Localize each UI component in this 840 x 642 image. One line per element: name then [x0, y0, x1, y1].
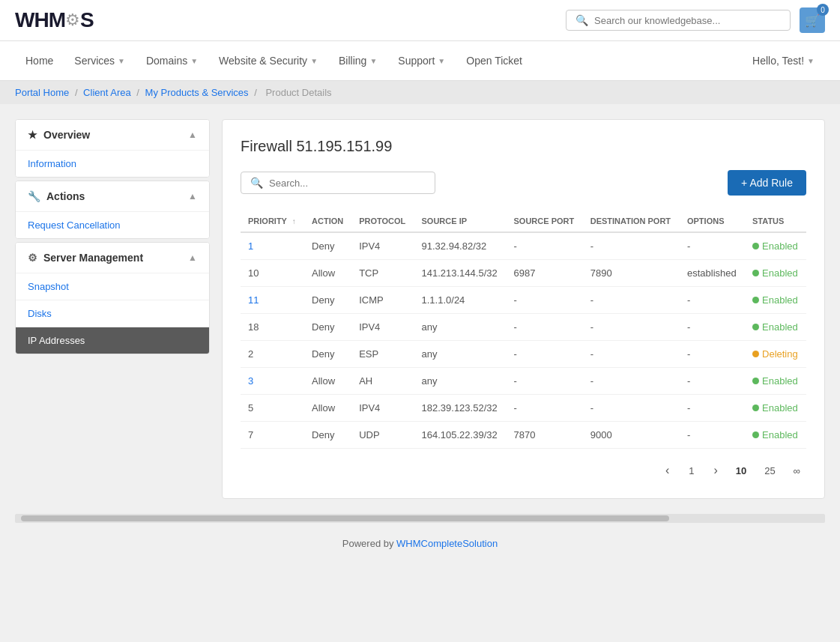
col-source-ip: SOURCE IP [414, 211, 507, 232]
billing-dropdown-icon: ▼ [369, 57, 377, 65]
table-row: 7 Deny UDP 164.105.22.39/32 7870 9000 - … [241, 422, 806, 449]
footer-text: Powered by [342, 538, 396, 549]
cell-action-2: Deny [304, 287, 351, 314]
breadcrumb-portal-home[interactable]: Portal Home [15, 87, 69, 98]
nav-item-open-ticket[interactable]: Open Ticket [456, 41, 533, 80]
cell-priority-2[interactable]: 11 [241, 287, 304, 314]
cell-dest-port-4: - [583, 341, 680, 368]
table-search[interactable]: 🔍 [241, 172, 435, 194]
cell-dest-port-0: - [583, 232, 680, 260]
cell-status-2: Enabled [745, 287, 806, 314]
col-action: ACTION [304, 211, 351, 232]
cell-dest-port-5: - [583, 368, 680, 395]
prev-page-button[interactable]: ‹ [659, 461, 675, 480]
cell-protocol-1: TCP [351, 260, 414, 287]
cell-options-0: - [680, 232, 745, 260]
toolbar: 🔍 + Add Rule [241, 170, 806, 196]
cell-action-3: Deny [304, 314, 351, 341]
page-size-25[interactable]: 25 [758, 462, 781, 479]
sidebar-section-actions: 🔧 Actions ▲ Request Cancellation [15, 181, 210, 239]
cell-options-7: - [680, 422, 745, 449]
page-size-10[interactable]: 10 [730, 462, 752, 479]
pagination: ‹ 1 › 10 25 ∞ [241, 461, 806, 480]
website-security-dropdown-icon: ▼ [310, 57, 318, 65]
nav-item-domains[interactable]: Domains ▼ [136, 41, 208, 80]
table-row: 5 Allow IPV4 182.39.123.52/32 - - - Enab… [241, 395, 806, 422]
cell-source-port-0: - [507, 232, 583, 260]
sidebar-overview-header[interactable]: ★ Overview ▲ [16, 120, 209, 150]
sidebar-section-overview: ★ Overview ▲ Information [15, 119, 210, 178]
table-row: 10 Allow TCP 141.213.144.5/32 6987 7890 … [241, 260, 806, 287]
cell-protocol-5: AH [351, 368, 414, 395]
cell-status-6: Enabled [745, 395, 806, 422]
nav-item-billing[interactable]: Billing ▼ [328, 41, 387, 80]
next-page-button[interactable]: › [707, 461, 723, 480]
status-dot-0 [752, 243, 759, 249]
cell-priority-1: 10 [241, 260, 304, 287]
col-dest-port: DESTINATION PORT [583, 211, 680, 232]
services-dropdown-icon: ▼ [118, 57, 125, 65]
star-icon: ★ [28, 129, 37, 141]
search-icon: 🔍 [575, 14, 588, 26]
cell-options-1: established [680, 260, 745, 287]
cell-source-ip-4: any [414, 341, 507, 368]
cell-action-5: Allow [304, 368, 351, 395]
cell-source-port-4: - [507, 341, 583, 368]
sidebar-item-disks[interactable]: Disks [16, 300, 209, 327]
sidebar-actions-header-left: 🔧 Actions [28, 190, 85, 202]
cell-dest-port-2: - [583, 287, 680, 314]
cell-status-0: Enabled [745, 232, 806, 260]
firewall-table: PRIORITY ↑ ACTION PROTOCOL SOURCE IP SOU… [241, 211, 806, 449]
add-rule-button[interactable]: + Add Rule [728, 170, 806, 196]
sidebar-overview-label: Overview [43, 129, 90, 141]
cell-options-3: - [680, 314, 745, 341]
cell-source-port-7: 7870 [507, 422, 583, 449]
status-dot-1 [752, 270, 759, 276]
knowledgebase-search-input[interactable] [594, 15, 781, 26]
footer-link[interactable]: WHMCompleteSolution [396, 538, 498, 549]
nav-item-website-security[interactable]: Website & Security ▼ [208, 41, 328, 80]
table-row: 11 Deny ICMP 1.1.1.0/24 - - - Enabled [241, 287, 806, 314]
table-row: 18 Deny IPV4 any - - - Enabled [241, 314, 806, 341]
logo-gear-icon: ⚙ [65, 10, 80, 30]
cell-priority-3: 18 [241, 314, 304, 341]
cart-button[interactable]: 🛒 0 [800, 7, 825, 33]
nav-item-support[interactable]: Support ▼ [387, 41, 456, 80]
cell-dest-port-3: - [583, 314, 680, 341]
cell-priority-5[interactable]: 3 [241, 368, 304, 395]
sidebar-item-ip-addresses[interactable]: IP Addresses [16, 327, 209, 354]
status-dot-6 [752, 405, 759, 411]
sidebar-server-management-header[interactable]: ⚙ Server Management ▲ [16, 243, 209, 273]
table-header-row: PRIORITY ↑ ACTION PROTOCOL SOURCE IP SOU… [241, 211, 806, 232]
nav-item-services[interactable]: Services ▼ [64, 41, 136, 80]
breadcrumb-client-area[interactable]: Client Area [83, 87, 131, 98]
table-row: 3 Allow AH any - - - Enabled [241, 368, 806, 395]
knowledgebase-search[interactable]: 🔍 [566, 10, 791, 31]
table-search-icon: 🔍 [250, 177, 263, 189]
scrollbar-track[interactable] [21, 515, 669, 521]
cell-action-0: Deny [304, 232, 351, 260]
table-search-input[interactable] [269, 178, 426, 189]
sidebar-actions-header[interactable]: 🔧 Actions ▲ [16, 181, 209, 211]
sidebar-item-request-cancellation[interactable]: Request Cancellation [16, 211, 209, 238]
sidebar-overview-header-left: ★ Overview [28, 129, 90, 141]
cell-protocol-0: IPV4 [351, 232, 414, 260]
breadcrumb-product-details: Product Details [265, 87, 331, 98]
breadcrumb-my-products[interactable]: My Products & Services [145, 87, 249, 98]
sidebar-item-information[interactable]: Information [16, 150, 209, 177]
breadcrumb: Portal Home / Client Area / My Products … [0, 81, 840, 104]
cell-source-ip-3: any [414, 314, 507, 341]
cell-priority-6: 5 [241, 395, 304, 422]
sidebar-item-snapshot[interactable]: Snapshot [16, 273, 209, 300]
cell-priority-0[interactable]: 1 [241, 232, 304, 260]
nav-item-home[interactable]: Home [15, 41, 64, 80]
breadcrumb-sep-2: / [136, 87, 142, 98]
page-size-infinite[interactable]: ∞ [788, 462, 806, 479]
status-dot-4 [752, 351, 759, 357]
cell-source-port-6: - [507, 395, 583, 422]
cell-status-4: Deleting [745, 341, 806, 368]
sidebar-server-management-header-left: ⚙ Server Management [28, 252, 143, 264]
user-menu[interactable]: Hello, Test! ▼ [742, 41, 825, 80]
cell-dest-port-1: 7890 [583, 260, 680, 287]
cell-source-ip-1: 141.213.144.5/32 [414, 260, 507, 287]
